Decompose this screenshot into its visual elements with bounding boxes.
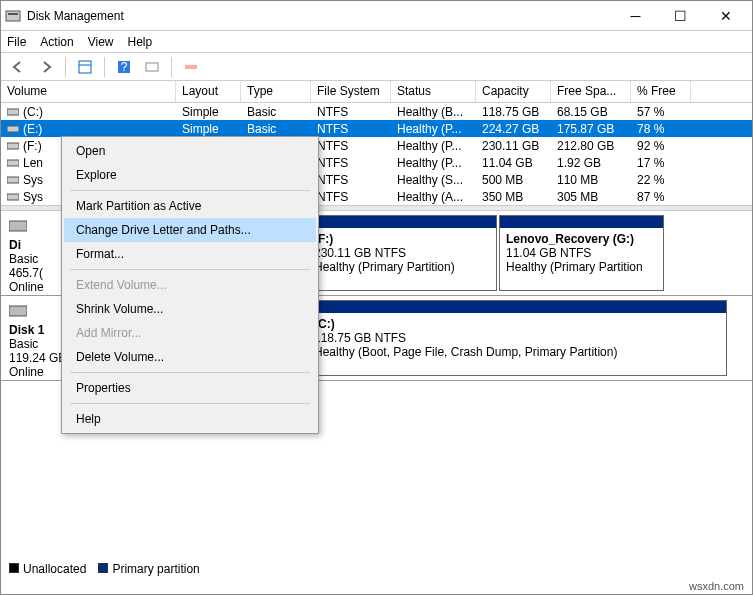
legend-unallocated: Unallocated: [23, 562, 86, 576]
menu-action[interactable]: Action: [40, 35, 73, 49]
svg-rect-2: [79, 61, 91, 73]
back-button[interactable]: [7, 56, 29, 78]
cell-pctfree: 87 %: [631, 190, 691, 204]
cell-pctfree: 57 %: [631, 105, 691, 119]
context-menu-item[interactable]: Open: [64, 139, 316, 163]
cell-free: 175.87 GB: [551, 122, 631, 136]
col-layout[interactable]: Layout: [176, 81, 241, 102]
volume-row[interactable]: (E:)SimpleBasicNTFSHealthy (P...224.27 G…: [1, 120, 752, 137]
toolbar-icon-3[interactable]: [180, 56, 202, 78]
cell-status: Healthy (B...: [391, 105, 476, 119]
cell-free: 1.92 GB: [551, 156, 631, 170]
context-menu-item[interactable]: Delete Volume...: [64, 345, 316, 369]
col-pctfree[interactable]: % Free: [631, 81, 691, 102]
context-menu-item[interactable]: Properties: [64, 376, 316, 400]
col-fs[interactable]: File System: [311, 81, 391, 102]
context-menu-item: Extend Volume...: [64, 273, 316, 297]
toolbar-icon-2[interactable]: [141, 56, 163, 78]
toolbar-icon-1[interactable]: [74, 56, 96, 78]
app-icon: [5, 8, 21, 24]
context-menu-item[interactable]: Format...: [64, 242, 316, 266]
volume-name: (F:): [23, 139, 42, 153]
context-menu-separator: [70, 403, 310, 404]
cell-status: Healthy (A...: [391, 190, 476, 204]
col-free[interactable]: Free Spa...: [551, 81, 631, 102]
cell-fs: NTFS: [311, 139, 391, 153]
menu-view[interactable]: View: [88, 35, 114, 49]
menu-file[interactable]: File: [7, 35, 26, 49]
context-menu-separator: [70, 372, 310, 373]
cell-pctfree: 92 %: [631, 139, 691, 153]
svg-text:?: ?: [121, 60, 128, 74]
volume-row[interactable]: (C:)SimpleBasicNTFSHealthy (B...118.75 G…: [1, 103, 752, 120]
cell-fs: NTFS: [311, 190, 391, 204]
col-capacity[interactable]: Capacity: [476, 81, 551, 102]
svg-rect-14: [9, 221, 27, 231]
context-menu-item[interactable]: Explore: [64, 163, 316, 187]
context-menu-item[interactable]: Change Drive Letter and Paths...: [64, 218, 316, 242]
context-menu: OpenExploreMark Partition as ActiveChang…: [61, 136, 319, 434]
partition-status: Healthy (Primary Partition: [506, 260, 657, 274]
forward-button[interactable]: [35, 56, 57, 78]
cell-free: 305 MB: [551, 190, 631, 204]
partition-size: 230.11 GB NTFS: [314, 246, 490, 260]
volume-table-header: Volume Layout Type File System Status Ca…: [1, 81, 752, 103]
cell-capacity: 224.27 GB: [476, 122, 551, 136]
col-status[interactable]: Status: [391, 81, 476, 102]
cell-fs: NTFS: [311, 105, 391, 119]
menu-help[interactable]: Help: [128, 35, 153, 49]
close-button[interactable]: ✕: [703, 2, 748, 30]
legend-primary: Primary partition: [112, 562, 199, 576]
col-volume[interactable]: Volume: [1, 81, 176, 102]
svg-rect-10: [7, 143, 19, 149]
svg-rect-15: [9, 306, 27, 316]
cell-status: Healthy (P...: [391, 139, 476, 153]
help-icon[interactable]: ?: [113, 56, 135, 78]
cell-fs: NTFS: [311, 173, 391, 187]
partition-status: Healthy (Boot, Page File, Crash Dump, Pr…: [314, 345, 720, 359]
disk-icon: [9, 219, 27, 233]
svg-rect-8: [7, 109, 19, 115]
partition-size: 11.04 GB NTFS: [506, 246, 657, 260]
partition-block[interactable]: (C:)118.75 GB NTFSHealthy (Boot, Page Fi…: [307, 300, 727, 376]
svg-rect-11: [7, 160, 19, 166]
cell-free: 68.15 GB: [551, 105, 631, 119]
col-type[interactable]: Type: [241, 81, 311, 102]
svg-rect-7: [185, 65, 197, 69]
svg-rect-13: [7, 194, 19, 200]
svg-rect-9: [7, 126, 19, 132]
cell-capacity: 500 MB: [476, 173, 551, 187]
partition-block[interactable]: Lenovo_Recovery (G:)11.04 GB NTFSHealthy…: [499, 215, 664, 291]
minimize-button[interactable]: ─: [613, 2, 658, 30]
titlebar: Disk Management ─ ☐ ✕: [1, 1, 752, 31]
partition-status: Healthy (Primary Partition): [314, 260, 490, 274]
partition-size: 118.75 GB NTFS: [314, 331, 720, 345]
drive-icon: [7, 106, 19, 118]
partition-title: (C:): [314, 317, 720, 331]
context-menu-separator: [70, 269, 310, 270]
volume-name: (C:): [23, 105, 43, 119]
cell-pctfree: 78 %: [631, 122, 691, 136]
cell-layout: Simple: [176, 105, 241, 119]
cell-status: Healthy (S...: [391, 173, 476, 187]
context-menu-separator: [70, 190, 310, 191]
context-menu-item[interactable]: Shrink Volume...: [64, 297, 316, 321]
watermark: wsxdn.com: [689, 580, 744, 592]
cell-status: Healthy (P...: [391, 156, 476, 170]
drive-icon: [7, 123, 19, 135]
drive-icon: [7, 191, 19, 203]
svg-rect-12: [7, 177, 19, 183]
svg-rect-0: [6, 11, 20, 21]
cell-capacity: 118.75 GB: [476, 105, 551, 119]
legend: Unallocated Primary partition: [9, 562, 200, 576]
context-menu-item[interactable]: Help: [64, 407, 316, 431]
cell-status: Healthy (P...: [391, 122, 476, 136]
context-menu-item[interactable]: Mark Partition as Active: [64, 194, 316, 218]
maximize-button[interactable]: ☐: [658, 2, 703, 30]
cell-capacity: 230.11 GB: [476, 139, 551, 153]
cell-fs: NTFS: [311, 122, 391, 136]
disk-icon: [9, 304, 27, 318]
menubar: File Action View Help: [1, 31, 752, 53]
partition-block[interactable]: (F:)230.11 GB NTFSHealthy (Primary Parti…: [307, 215, 497, 291]
cell-layout: Simple: [176, 122, 241, 136]
